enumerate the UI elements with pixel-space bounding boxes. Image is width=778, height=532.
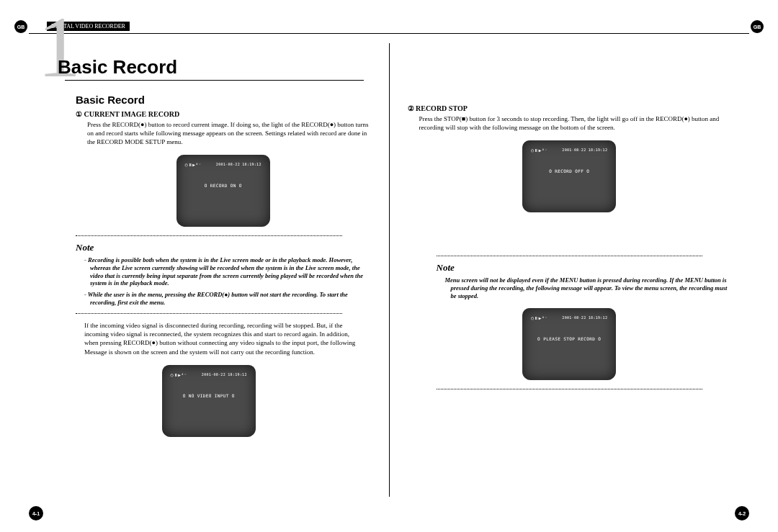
sub-head-record-stop: ② RECORD STOP bbox=[408, 104, 732, 112]
page-number-right: 4-2 bbox=[735, 506, 749, 520]
monitor-icons: ◯⏸▶⁴⁻ bbox=[185, 162, 202, 167]
dotted-separator bbox=[437, 256, 703, 256]
note-title-right: Note bbox=[437, 262, 732, 274]
monitor-record-off: ◯⏸▶⁴⁻ 2001-08-22 18:19:12 O RECORD OFF O bbox=[522, 140, 616, 212]
note-list-left: - Recording is possible both when the sy… bbox=[84, 256, 371, 306]
monitor-icons: ◯⏸▶⁴⁻ bbox=[531, 148, 547, 153]
section-title: Basic Record bbox=[76, 94, 371, 106]
monitor-message: O NO VIDEO INPUT O bbox=[171, 393, 247, 398]
note-item: Menu screen will not be displayed even i… bbox=[445, 276, 732, 299]
chapter-underline bbox=[65, 80, 364, 81]
columns: DIGITAL VIDEO RECORDER 1 Basic Record Ba… bbox=[29, 22, 749, 497]
monitor-icons: ◯⏸▶⁴⁻ bbox=[171, 372, 187, 377]
header-bar: DIGITAL VIDEO RECORDER bbox=[47, 22, 371, 31]
note-list-right: Menu screen will not be displayed even i… bbox=[445, 276, 732, 299]
monitor-please-stop: ◯⏸▶⁴⁻ 2001-08-22 18:19:12 O PLEASE STOP … bbox=[522, 308, 616, 380]
dotted-separator bbox=[437, 389, 703, 389]
monitor-timestamp: 2001-08-22 18:19:12 bbox=[562, 315, 607, 320]
dotted-separator bbox=[76, 313, 342, 314]
monitor-timestamp: 2001-08-22 18:19:12 bbox=[216, 162, 261, 167]
note-item: - Recording is possible both when the sy… bbox=[84, 256, 371, 287]
sub-head-current-image: ① CURRENT IMAGE RECORD bbox=[76, 110, 371, 118]
page: GB GB DIGITAL VIDEO RECORDER 1 Basic Rec… bbox=[0, 0, 778, 532]
monitor-message: O RECORD ON O bbox=[185, 183, 261, 188]
monitor-message: O PLEASE STOP RECORD O bbox=[531, 336, 607, 341]
body-current-image: Press the RECORD(●) button to record cur… bbox=[87, 120, 371, 146]
monitor-record-on: ◯⏸▶⁴⁻ 2001-08-22 18:19:12 O RECORD ON O bbox=[176, 155, 270, 227]
page-number-left: 4-1 bbox=[29, 506, 43, 520]
gb-badge-left: GB bbox=[14, 20, 27, 33]
gb-badge-right: GB bbox=[751, 20, 764, 33]
dotted-separator bbox=[76, 235, 342, 236]
monitor-no-video: ◯⏸▶⁴⁻ 2001-08-22 18:19:12 O NO VIDEO INP… bbox=[162, 365, 256, 437]
left-column: DIGITAL VIDEO RECORDER 1 Basic Record Ba… bbox=[29, 22, 389, 497]
note-title-left: Note bbox=[76, 242, 371, 253]
current-image-record-block: ① CURRENT IMAGE RECORD Press the RECORD(… bbox=[76, 110, 371, 227]
record-stop-block: ② RECORD STOP Press the STOP(■) button f… bbox=[408, 104, 732, 212]
monitor-icons: ◯⏸▶⁴⁻ bbox=[531, 315, 547, 320]
monitor-timestamp: 2001-08-22 18:19:12 bbox=[202, 372, 247, 377]
note-item: - While the user is in the menu, pressin… bbox=[84, 291, 371, 306]
monitor-message: O RECORD OFF O bbox=[531, 168, 607, 173]
chapter-heading: 1 Basic Record bbox=[58, 49, 371, 78]
chapter-title: Basic Record bbox=[58, 49, 371, 78]
body-record-stop: Press the STOP(■) button for 3 seconds t… bbox=[419, 114, 732, 132]
monitor-timestamp: 2001-08-22 18:19:12 bbox=[562, 148, 607, 153]
video-disconnect-para: If the incoming video signal is disconne… bbox=[84, 321, 357, 356]
right-column: ② RECORD STOP Press the STOP(■) button f… bbox=[390, 22, 750, 497]
